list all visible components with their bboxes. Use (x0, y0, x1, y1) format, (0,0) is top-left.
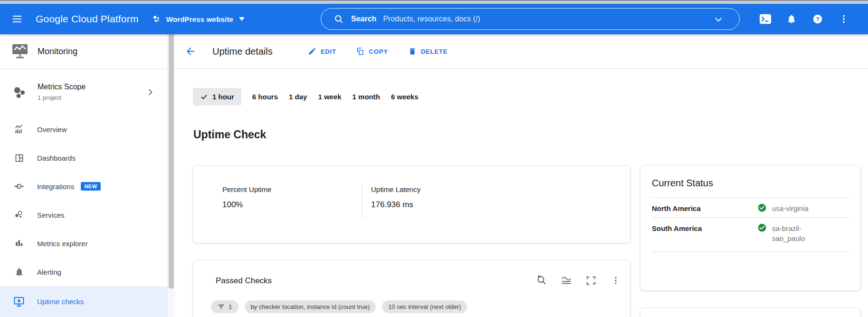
edit-button[interactable]: EDIT (308, 47, 336, 56)
trash-icon (408, 47, 417, 56)
search-label: Search (351, 15, 376, 23)
metrics-scope-label: Metrics Scope (38, 83, 86, 91)
sidebar-item-metrics-explorer[interactable]: Metrics explorer (0, 229, 167, 258)
svg-text:?: ? (816, 16, 820, 23)
region-label: South America (652, 223, 702, 247)
alerting-bell-icon (13, 266, 25, 278)
chevron-right-icon[interactable] (145, 87, 155, 97)
checker-name: sa-brazil-sao_paulo (772, 223, 818, 243)
current-status-card: Current Status North America usa-virgini… (640, 165, 861, 291)
more-vert-icon[interactable] (838, 13, 849, 25)
new-badge: NEW (81, 182, 100, 191)
metrics-scope-selector[interactable]: Metrics Scope 1 project (0, 69, 167, 115)
section-title: Uptime Check (193, 128, 266, 141)
metrics-scope-icon (12, 84, 28, 100)
time-range-selector: 1 hour 6 hours 1 day 1 week 1 month 6 we… (193, 88, 419, 106)
scrollbar-thumb[interactable] (169, 34, 174, 288)
sidebar-header: Monitoring (0, 34, 167, 69)
status-row-south-america: South America sa-brazil-sao_paulo (652, 217, 849, 251)
cloud-shell-icon[interactable] (760, 13, 771, 25)
search-placeholder: Products, resources, docs (/) (383, 15, 480, 23)
passed-checks-title: Passed Checks (216, 276, 272, 286)
time-range-6-hours[interactable]: 6 hours (252, 93, 278, 101)
percent-uptime-value: 100% (222, 200, 271, 210)
main-content: Uptime details EDIT COPY DELETE 1 (175, 34, 868, 317)
sidebar-title: Monitoring (38, 47, 77, 57)
passed-checks-card: Passed Checks (192, 260, 630, 317)
column-divider (362, 184, 362, 219)
check-circle-icon (757, 203, 767, 212)
uptime-checks-icon (13, 296, 25, 307)
edit-pencil-icon (308, 47, 316, 56)
time-range-1-hour[interactable]: 1 hour (193, 88, 241, 106)
line-style-icon[interactable] (561, 275, 572, 286)
time-range-1-week[interactable]: 1 week (318, 93, 341, 101)
next-card-partial (640, 307, 861, 317)
percent-uptime-label: Percent Uptime (222, 185, 271, 193)
chevron-down-icon[interactable] (714, 15, 723, 24)
chart-chip-row: 1 by checker location, instance id (coun… (211, 300, 467, 313)
interval-chip[interactable]: 10 sec interval (next older) (382, 300, 467, 313)
sidebar-item-integrations[interactable]: Integrations NEW (0, 172, 167, 201)
project-selector[interactable]: WordPress website (151, 14, 245, 24)
dashboards-icon (13, 152, 25, 163)
copy-icon (356, 47, 364, 56)
browser-edge-strip (0, 0, 868, 4)
integrations-icon (13, 181, 25, 192)
sidebar-item-uptime-checks[interactable]: Uptime checks (0, 286, 167, 317)
time-range-1-day[interactable]: 1 day (289, 93, 307, 101)
sidebar-item-dashboards[interactable]: Dashboards (0, 144, 167, 172)
zoom-reset-icon[interactable] (536, 275, 547, 286)
product-logo[interactable]: Google Cloud Platform (36, 13, 139, 25)
status-divider (652, 251, 849, 252)
check-circle-icon (757, 223, 767, 232)
hamburger-menu-icon[interactable] (10, 12, 24, 26)
filter-icon (217, 303, 225, 311)
check-icon (200, 93, 208, 101)
metrics-explorer-icon (13, 238, 25, 249)
uptime-summary-card: Percent Uptime 100% Uptime Latency 176.9… (192, 165, 630, 243)
page-header: Uptime details EDIT COPY DELETE (175, 34, 868, 69)
metrics-scope-sublabel: 1 project (38, 94, 86, 101)
sidebar-item-alerting[interactable]: Alerting (0, 258, 167, 286)
monitoring-icon (10, 43, 29, 59)
checker-name: usa-virginia (772, 203, 809, 213)
current-status-title: Current Status (640, 165, 860, 197)
time-range-1-month[interactable]: 1 month (353, 93, 380, 101)
uptime-latency-value: 176.936 ms (371, 200, 420, 210)
copy-button[interactable]: COPY (356, 47, 388, 56)
more-options-icon[interactable] (610, 275, 621, 286)
sidebar-item-services[interactable]: Services (0, 201, 167, 229)
help-icon[interactable]: ? (812, 13, 823, 25)
page-title: Uptime details (212, 46, 273, 57)
services-icon (13, 209, 25, 221)
fullscreen-icon[interactable] (585, 275, 597, 286)
project-icon (151, 14, 162, 24)
project-caret-icon (239, 17, 245, 21)
grouping-chip[interactable]: by checker location, instance id (count … (245, 300, 376, 313)
back-arrow-icon[interactable] (184, 45, 197, 58)
filter-chip[interactable]: 1 (211, 300, 238, 313)
time-range-6-weeks[interactable]: 6 weeks (391, 93, 419, 101)
search-input[interactable]: Search Products, resources, docs (/) (321, 8, 740, 30)
uptime-latency-label: Uptime Latency (371, 185, 420, 193)
status-row-north-america: North America usa-virginia (652, 197, 849, 217)
sidebar: Monitoring Metrics Scope 1 project (0, 34, 167, 317)
content-scrollbar[interactable] (167, 34, 175, 317)
delete-button[interactable]: DELETE (408, 47, 448, 56)
notifications-bell-icon[interactable] (786, 13, 797, 25)
sidebar-item-overview[interactable]: Overview (0, 115, 167, 144)
project-name: WordPress website (166, 15, 234, 23)
search-icon (334, 14, 344, 24)
overview-icon (13, 124, 25, 135)
app-bar: Google Cloud Platform WordPress website … (0, 4, 868, 34)
region-label: North America (652, 203, 701, 212)
